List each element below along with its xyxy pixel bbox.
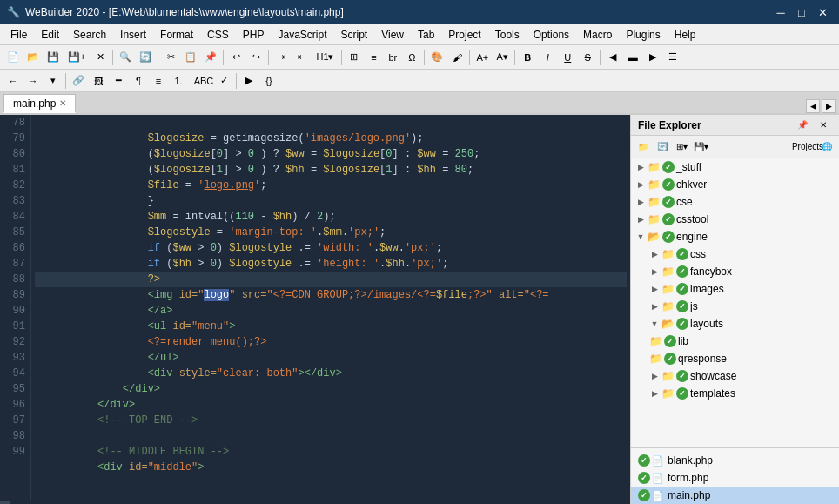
- menu-plugins[interactable]: Plugins: [619, 25, 667, 44]
- fe-folder-open-btn[interactable]: 📁: [634, 138, 652, 156]
- color-btn[interactable]: 🎨: [427, 48, 446, 67]
- save-all-btn[interactable]: 💾+: [64, 48, 90, 67]
- back-btn[interactable]: ←: [3, 71, 23, 91]
- fe-refresh-btn[interactable]: 🔄: [654, 138, 671, 156]
- toggle-fancybox[interactable]: ▶: [648, 265, 661, 278]
- tree-engine[interactable]: ▼ 📂 ✓ engine: [631, 228, 839, 245]
- image-btn[interactable]: 🖼: [89, 71, 108, 91]
- link-btn[interactable]: 🔗: [69, 71, 88, 91]
- menu-tools[interactable]: Tools: [488, 25, 527, 44]
- menu-insert[interactable]: Insert: [113, 25, 153, 44]
- toggle-engine[interactable]: ▼: [634, 231, 647, 243]
- menu-file[interactable]: File: [3, 25, 34, 44]
- close-btn[interactable]: ✕: [91, 48, 110, 67]
- toggle-templates[interactable]: ▶: [648, 387, 661, 400]
- omega-btn[interactable]: Ω: [402, 48, 421, 67]
- outdent-btn[interactable]: ⇤: [292, 48, 311, 67]
- tab-next-btn[interactable]: ▶: [822, 99, 836, 113]
- font-size-btn[interactable]: A+: [473, 48, 492, 67]
- tree-layouts[interactable]: ▼ 📂 ✓ layouts: [631, 315, 839, 333]
- menu-script[interactable]: Script: [334, 25, 375, 44]
- undo-btn[interactable]: ↩: [226, 48, 245, 67]
- fe-web-btn[interactable]: 🌐: [818, 138, 836, 156]
- spell-btn[interactable]: ABC: [194, 71, 213, 91]
- debug-btn[interactable]: {}: [259, 71, 279, 91]
- menu-project[interactable]: Project: [441, 25, 487, 44]
- toggle-chkver[interactable]: ▶: [634, 178, 647, 191]
- paste-btn[interactable]: 📌: [201, 48, 220, 67]
- scroll-up-btn[interactable]: ▲: [0, 501, 10, 504]
- fe-view-btn[interactable]: ⊞▾: [673, 138, 690, 156]
- tab-prev-btn[interactable]: ◀: [806, 99, 820, 113]
- menu-php[interactable]: PHP: [236, 25, 272, 44]
- para-btn[interactable]: ¶: [129, 71, 148, 91]
- toggle-css[interactable]: ▶: [648, 248, 661, 260]
- fe-close-btn[interactable]: ✕: [815, 117, 832, 134]
- tree-css[interactable]: ▶ 📁 ✓ css: [631, 245, 839, 263]
- dropdown-btn[interactable]: ▾: [44, 71, 63, 91]
- tree-images[interactable]: ▶ 📁 ✓ images: [631, 280, 839, 298]
- fe-file-blank[interactable]: ✓ 📄 blank.php: [631, 452, 839, 469]
- toggle-js[interactable]: ▶: [648, 300, 661, 312]
- menu-view[interactable]: View: [374, 25, 411, 44]
- strike-btn[interactable]: S: [578, 48, 597, 67]
- open-btn[interactable]: 📂: [23, 48, 43, 67]
- underline-btn[interactable]: U: [558, 48, 577, 67]
- font-color-btn[interactable]: A▾: [493, 48, 512, 67]
- minimize-button[interactable]: ─: [771, 3, 790, 21]
- heading-btn[interactable]: H1▾: [312, 48, 338, 67]
- fe-pin-btn[interactable]: 📌: [794, 117, 811, 134]
- menu-javascript[interactable]: JavaScript: [271, 25, 333, 44]
- replace-btn[interactable]: 🔄: [136, 48, 155, 67]
- tree-cse[interactable]: ▶ 📁 ✓ cse: [631, 193, 839, 211]
- search-btn[interactable]: 🔍: [116, 48, 135, 67]
- menu-macro[interactable]: Macro: [576, 25, 619, 44]
- redo-btn[interactable]: ↪: [246, 48, 265, 67]
- tab-close-btn[interactable]: ✕: [59, 98, 66, 108]
- copy-btn[interactable]: 📋: [181, 48, 200, 67]
- fe-drive-btn[interactable]: 💾▾: [692, 138, 709, 156]
- fe-projects-btn[interactable]: Projects: [799, 138, 816, 156]
- tree-templates[interactable]: ▶ 📁 ✓ templates: [631, 385, 839, 402]
- italic-btn[interactable]: I: [538, 48, 557, 67]
- tree-showcase[interactable]: ▶ 📁 ✓ showcase: [631, 367, 839, 385]
- toggle-layouts[interactable]: ▼: [648, 318, 661, 330]
- tree-js[interactable]: ▶ 📁 ✓ js: [631, 298, 839, 315]
- menu-help[interactable]: Help: [668, 25, 703, 44]
- br-btn[interactable]: br: [385, 48, 402, 67]
- tab-main-php[interactable]: main.php ✕: [3, 94, 76, 113]
- new-btn[interactable]: 📄: [3, 48, 23, 67]
- tree-lib[interactable]: 📁 ✓ lib: [631, 333, 839, 350]
- tree-fancybox[interactable]: ▶ 📁 ✓ fancybox: [631, 263, 839, 280]
- vertical-scrollbar[interactable]: ▲ ▼: [0, 501, 10, 504]
- ol-btn[interactable]: 1.: [169, 71, 188, 91]
- menu-format[interactable]: Format: [153, 25, 200, 44]
- toggle-stuff[interactable]: ▶: [634, 161, 647, 173]
- cut-btn[interactable]: ✂: [161, 48, 180, 67]
- align-left-btn[interactable]: ◀: [603, 48, 622, 67]
- align-center-btn[interactable]: ▬: [623, 48, 642, 67]
- menu-tab[interactable]: Tab: [411, 25, 441, 44]
- code-editor[interactable]: 78 79 80 81 82 83 84 85 86 87 88 89 90 9…: [0, 115, 630, 504]
- menu-css[interactable]: CSS: [200, 25, 236, 44]
- maximize-button[interactable]: □: [792, 3, 811, 21]
- run-btn[interactable]: ▶: [239, 71, 258, 91]
- bold-btn[interactable]: B: [518, 48, 537, 67]
- menu-search[interactable]: Search: [66, 25, 113, 44]
- align-right-btn[interactable]: ▶: [643, 48, 662, 67]
- spell2-btn[interactable]: ✓: [214, 71, 233, 91]
- save-btn[interactable]: 💾: [44, 48, 63, 67]
- fe-file-main[interactable]: ✓ 📄 main.php: [631, 487, 839, 504]
- indent-btn[interactable]: ⇥: [272, 48, 291, 67]
- toggle-cse[interactable]: ▶: [634, 196, 647, 208]
- fe-file-form[interactable]: ✓ 📄 form.php: [631, 469, 839, 487]
- list-btn[interactable]: ≡: [365, 48, 384, 67]
- tree-stuff[interactable]: ▶ 📁 ✓ _stuff: [631, 158, 839, 176]
- toggle-images[interactable]: ▶: [648, 283, 661, 295]
- menu-options[interactable]: Options: [527, 25, 576, 44]
- toggle-showcase[interactable]: ▶: [648, 370, 661, 382]
- list2-btn[interactable]: ≡: [149, 71, 168, 91]
- menu-edit[interactable]: Edit: [34, 25, 66, 44]
- tree-chkver[interactable]: ▶ 📁 ✓ chkver: [631, 176, 839, 193]
- tree-csstool[interactable]: ▶ 📁 ✓ csstool: [631, 211, 839, 228]
